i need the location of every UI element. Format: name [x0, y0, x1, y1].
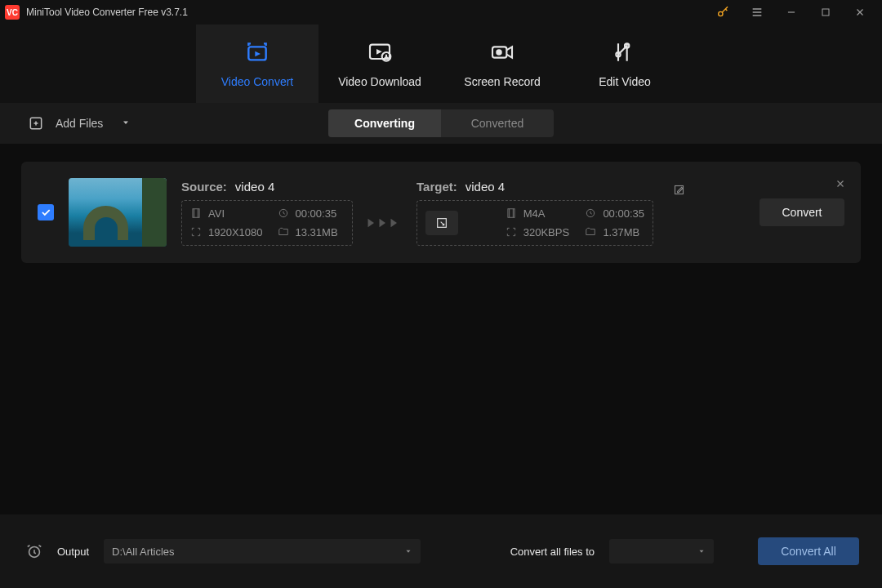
add-files-label: Add Files — [56, 117, 103, 130]
svg-marker-23 — [407, 550, 411, 553]
source-format: AVI — [190, 207, 263, 220]
conversion-item: Source: video 4 AVI 00:00:35 1920X1080 — [21, 162, 861, 263]
item-checkbox[interactable] — [38, 204, 54, 220]
source-resolution: 1920X1080 — [190, 226, 263, 238]
edit-target-icon[interactable] — [673, 184, 685, 199]
svg-rect-13 — [193, 209, 199, 218]
target-bitrate: 320KBPS — [506, 226, 571, 238]
add-files-dropdown-icon[interactable] — [121, 117, 131, 130]
output-path: D:\All Articles — [112, 546, 175, 558]
minimize-icon[interactable] — [774, 0, 808, 24]
source-name: video 4 — [235, 180, 274, 194]
chevron-down-icon — [404, 547, 412, 555]
convert-button[interactable]: Convert — [760, 198, 844, 226]
source-block: Source: video 4 AVI 00:00:35 1920X1080 — [181, 180, 353, 246]
video-thumbnail[interactable] — [69, 178, 167, 247]
target-settings-button[interactable] — [425, 211, 458, 235]
target-label: Target: — [416, 180, 457, 194]
convert-all-to-label: Convert all files to — [510, 546, 595, 558]
target-name: video 4 — [466, 180, 505, 194]
tab-screen-record[interactable]: Screen Record — [441, 24, 564, 103]
tab-edit-video[interactable]: Edit Video — [564, 24, 686, 103]
svg-rect-1 — [822, 9, 829, 16]
add-file-icon — [28, 115, 44, 131]
tab-label: Video Download — [338, 75, 421, 88]
svg-point-0 — [719, 11, 723, 16]
tab-video-download[interactable]: Video Download — [318, 24, 441, 103]
source-label: Source: — [181, 180, 227, 194]
add-files-button[interactable]: Add Files — [28, 115, 131, 131]
remove-item-icon[interactable] — [835, 178, 846, 193]
svg-marker-5 — [376, 49, 382, 55]
svg-marker-24 — [700, 550, 704, 553]
content-area: Source: video 4 AVI 00:00:35 1920X1080 — [0, 144, 882, 281]
close-icon[interactable] — [843, 0, 877, 24]
key-icon[interactable] — [706, 0, 740, 24]
schedule-icon[interactable] — [23, 540, 46, 563]
target-duration: 00:00:35 — [585, 207, 644, 220]
svg-marker-12 — [123, 122, 128, 125]
menu-icon[interactable] — [740, 0, 774, 24]
nav-tabs: Video Convert Video Download Screen Reco… — [0, 24, 882, 103]
toolbar: Add Files Converting Converted — [0, 103, 882, 144]
status-segmented: Converting Converted — [328, 109, 554, 137]
maximize-icon[interactable] — [808, 0, 843, 24]
svg-marker-17 — [391, 219, 398, 228]
footer: Output D:\All Articles Convert all files… — [0, 514, 882, 588]
svg-rect-18 — [508, 209, 514, 218]
svg-marker-16 — [380, 219, 386, 228]
tab-label: Edit Video — [599, 75, 651, 88]
svg-marker-15 — [368, 219, 375, 228]
svg-marker-3 — [255, 51, 261, 57]
svg-point-8 — [497, 50, 501, 54]
app-logo: VC — [5, 5, 20, 20]
target-format: M4A — [506, 207, 571, 220]
target-filesize: 1.37MB — [585, 226, 644, 238]
seg-converted[interactable]: Converted — [441, 109, 554, 137]
app-title: MiniTool Video Converter Free v3.7.1 — [26, 7, 706, 18]
output-label: Output — [57, 546, 89, 558]
title-bar: VC MiniTool Video Converter Free v3.7.1 — [0, 0, 882, 24]
seg-converting[interactable]: Converting — [328, 109, 441, 137]
tab-label: Video Convert — [221, 75, 293, 88]
convert-all-format-select[interactable] — [609, 539, 714, 564]
tab-video-convert[interactable]: Video Convert — [196, 24, 318, 103]
output-path-select[interactable]: D:\All Articles — [104, 539, 421, 564]
tab-label: Screen Record — [464, 75, 540, 88]
arrows-icon — [368, 194, 402, 230]
source-filesize: 13.31MB — [278, 226, 344, 238]
target-block: Target: video 4 M4A 00:00:35 320KBPS — [416, 180, 653, 246]
source-duration: 00:00:35 — [278, 207, 344, 220]
convert-all-button[interactable]: Convert All — [758, 537, 859, 565]
chevron-down-icon — [697, 547, 706, 555]
